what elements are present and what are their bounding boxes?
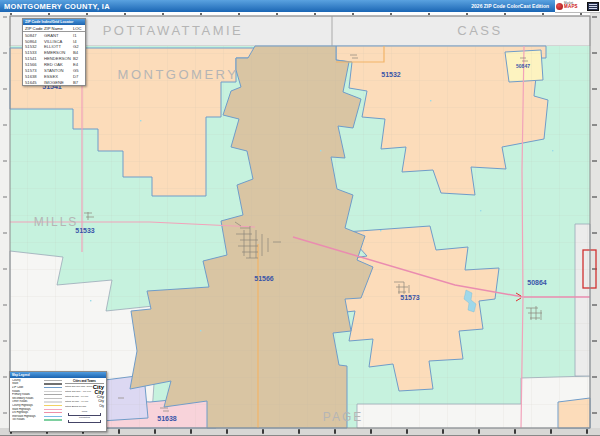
- zip-table-header-row: ZIP Code ZIP Name LOC: [23, 25, 85, 32]
- legend-cities-column: Cities and Towns Cities 500,000 and Abov…: [65, 379, 104, 424]
- edition-label: 2026 ZIP Code ColorCast Edition: [471, 3, 549, 9]
- table-row: 51573STANTONG5: [23, 67, 85, 73]
- map-legend: Map Legend County State ZIP Code Roads P…: [9, 371, 107, 432]
- cell-loc: E4: [73, 62, 83, 67]
- legend-item: Toll Roads: [12, 418, 62, 422]
- cell-loc: B2: [73, 56, 83, 61]
- scale-km-label: Kilometers: [65, 416, 104, 418]
- county-label-page: PAGE: [323, 410, 363, 424]
- map-poster: POTTAWATTAMIE CASS MONTGOMERY MILLS PAGE…: [0, 0, 600, 436]
- cell-zip: 51532: [25, 44, 44, 49]
- cell-loc: B7: [73, 80, 83, 85]
- cell-name: STANTON: [44, 68, 73, 73]
- table-row: 51638ESSEXD7: [23, 73, 85, 79]
- outside-county-areas: [10, 16, 590, 46]
- logo-plate-icon: [587, 2, 599, 11]
- title-bar: MONTGOMERY COUNTY, IA 2026 ZIP Code Colo…: [0, 0, 555, 12]
- brand-logo: Market MAPS: [555, 0, 600, 13]
- cell-zip: 51566: [25, 62, 44, 67]
- table-row: 51532ELLIOTTG2: [23, 44, 85, 50]
- page-title: MONTGOMERY COUNTY, IA: [4, 2, 110, 11]
- col-zip-code: ZIP Code: [25, 26, 44, 31]
- cell-loc: I1: [73, 33, 83, 38]
- cell-zip: 51645: [25, 80, 44, 85]
- table-row: 51541HENDERSONB2: [23, 56, 85, 62]
- cell-zip: 50864: [25, 39, 44, 44]
- county-label-mills: MILLS: [34, 215, 79, 229]
- cell-name: EMERSON: [44, 50, 73, 55]
- scale-miles-label: Miles: [65, 410, 104, 412]
- cell-zip: 51573: [25, 68, 44, 73]
- zip-label-50864: 50864: [527, 279, 547, 286]
- cell-name: HENDERSON: [44, 56, 73, 61]
- cell-name: IMOGENE: [44, 80, 73, 85]
- cell-zip: 51541: [25, 56, 44, 61]
- county-label-montgomery: MONTGOMERY: [118, 67, 239, 82]
- zip-label-51566: 51566: [254, 275, 274, 282]
- scale-miles-bar: [68, 413, 101, 417]
- table-row: 50864VILLISCAI4: [23, 38, 85, 44]
- cell-zip: 51638: [25, 74, 44, 79]
- cell-name: VILLISCA: [44, 39, 73, 44]
- zip-label-51638: 51638: [157, 415, 177, 422]
- table-row: 51566RED OAKE4: [23, 62, 85, 68]
- logo-text-maps: MAPS: [564, 5, 578, 10]
- cell-zip: 51533: [25, 50, 44, 55]
- zip-index-table: ZIP Code Index/Grid Locator ZIP Code ZIP…: [22, 18, 86, 86]
- cell-loc: D7: [73, 74, 83, 79]
- col-loc: LOC: [73, 26, 83, 31]
- logo-globe-icon: [556, 3, 563, 10]
- table-row: 51645IMOGENEB7: [23, 79, 85, 85]
- table-row: 50847GRANTI1: [23, 32, 85, 38]
- cell-loc: I4: [73, 39, 83, 44]
- city-class-row: Cities Below 10,000City: [65, 404, 104, 409]
- col-zip-name: ZIP Name: [44, 26, 73, 31]
- cell-name: GRANT: [44, 33, 73, 38]
- county-label-pottawattamie: POTTAWATTAMIE: [103, 23, 244, 38]
- legend-line-items: County State ZIP Code Roads Primary Road…: [12, 379, 62, 424]
- cell-loc: G5: [73, 68, 83, 73]
- zip-label-51532: 51532: [381, 71, 401, 78]
- county-label-cass: CASS: [457, 23, 502, 38]
- zip-label-51573: 51573: [400, 294, 420, 301]
- cell-zip: 50847: [25, 33, 44, 38]
- scale-bars: Miles Kilometers: [65, 410, 104, 424]
- scale-km-bar: [68, 420, 101, 424]
- table-row: 51533EMERSONB4: [23, 50, 85, 56]
- zip-label-50847: 50847: [516, 63, 530, 69]
- cell-name: ESSEX: [44, 74, 73, 79]
- cell-name: RED OAK: [44, 62, 73, 67]
- region-pottawattamie-cass-band: [10, 16, 590, 46]
- cell-loc: B4: [73, 50, 83, 55]
- cell-loc: G2: [73, 44, 83, 49]
- cell-name: ELLIOTT: [44, 44, 73, 49]
- zip-label-51533: 51533: [75, 227, 95, 234]
